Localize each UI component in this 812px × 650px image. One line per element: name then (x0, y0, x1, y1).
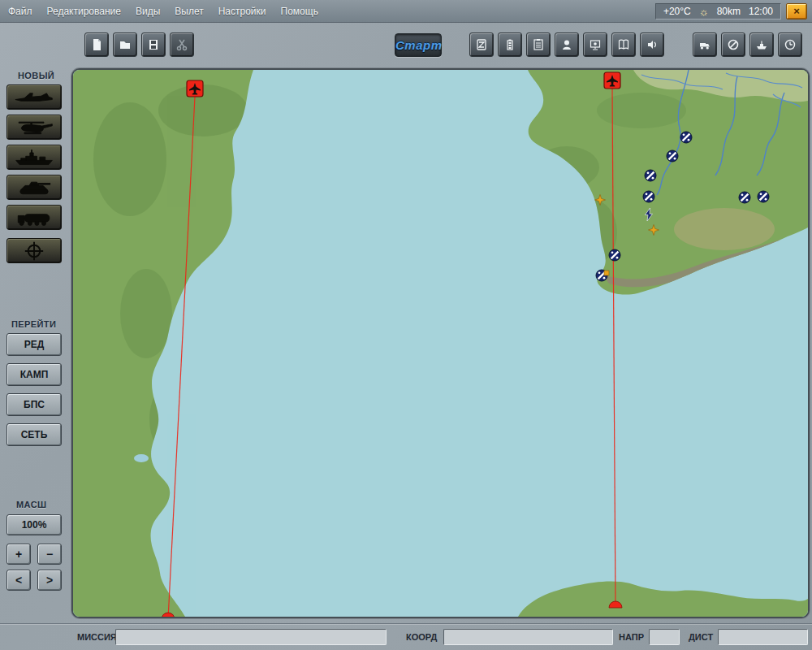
weather-panel: +20°C ☼ 80km 12:00 (655, 3, 781, 20)
coord-label: КООРД (406, 632, 437, 642)
goto-bps-button[interactable]: БПС (6, 393, 62, 416)
new-warship-button[interactable] (6, 145, 62, 170)
new-helicopter-button[interactable] (6, 115, 62, 140)
menu-flight[interactable]: Вылет (175, 6, 203, 17)
pilot-button[interactable] (555, 32, 579, 57)
bearing-input[interactable] (649, 629, 680, 645)
briefing-icon (532, 38, 545, 51)
vehicle-icon (698, 38, 711, 51)
fuel-truck-icon (10, 208, 58, 228)
vehicle-button[interactable] (693, 32, 717, 57)
city-marker[interactable] (604, 271, 609, 275)
sam-marker[interactable] (643, 191, 654, 202)
save-mission-button[interactable] (141, 32, 166, 57)
map-panel (71, 68, 810, 618)
goto-editor-button[interactable]: РЕД (6, 333, 62, 356)
map[interactable] (73, 70, 808, 617)
mission-goals-icon (475, 38, 488, 51)
menu-help[interactable]: Помощь (281, 6, 318, 17)
sound-button[interactable] (640, 32, 664, 57)
pan-right-button[interactable]: > (37, 570, 62, 591)
coord-input[interactable] (443, 629, 613, 645)
pan-left-button[interactable]: < (6, 570, 31, 591)
mission-editor-window: { "window": { "close_label": "×" }, "men… (0, 0, 812, 650)
new-airplane-button[interactable] (6, 84, 62, 110)
monitor-icon (589, 38, 602, 51)
right-toolbar-group (693, 32, 802, 57)
helicopter-icon (10, 118, 58, 137)
file-toolbar-group (84, 32, 194, 57)
open-mission-button[interactable] (113, 32, 137, 57)
payload-icon (503, 38, 516, 51)
pilot-icon (560, 38, 573, 51)
zoom-in-button[interactable]: + (6, 544, 31, 565)
aircraft-marker[interactable] (604, 72, 620, 89)
goto-buttons: РЕД КАМП БПС СЕТЬ (6, 333, 62, 446)
mission-label: МИССИЯ (77, 632, 117, 642)
zoom-out-button[interactable]: − (37, 544, 62, 565)
clock-button[interactable] (778, 32, 802, 57)
sam-marker[interactable] (680, 132, 692, 143)
aircraft-marker[interactable] (187, 80, 203, 97)
distance-input[interactable] (718, 629, 808, 645)
new-fuel-truck-button[interactable] (6, 205, 62, 230)
zoom-level-button[interactable]: 100% (6, 514, 62, 535)
sam-marker[interactable] (758, 191, 769, 202)
mission-goals-button[interactable] (469, 32, 494, 57)
menu-edit[interactable]: Редактирование (47, 6, 121, 17)
target-icon (10, 241, 58, 261)
new-tank-button[interactable] (6, 175, 62, 200)
airplane-icon (10, 88, 58, 107)
sun-icon: ☼ (699, 6, 709, 18)
sam-marker[interactable] (645, 170, 656, 181)
failures-icon (727, 38, 740, 51)
status-bar: МИССИЯ КООРД НАПР ДИСТ (0, 623, 812, 650)
new-target-button[interactable] (6, 238, 62, 263)
sam-marker[interactable] (609, 249, 620, 261)
menu-file[interactable]: Файл (8, 6, 32, 17)
new-mission-button[interactable] (84, 32, 109, 57)
monitor-button[interactable] (583, 32, 607, 57)
encyclopedia-icon (617, 38, 630, 51)
scale-section-label: МАСШ (16, 500, 46, 509)
distance-label: ДИСТ (689, 632, 713, 642)
clock-icon (784, 38, 797, 51)
cut-icon (175, 38, 188, 51)
sam-marker[interactable] (667, 150, 678, 162)
goto-campaign-button[interactable]: КАМП (6, 363, 62, 386)
sam-marker[interactable] (739, 192, 750, 203)
new-unit-buttons (6, 84, 62, 263)
start-button[interactable]: Старт (395, 33, 442, 57)
visibility-value: 80km (717, 6, 741, 17)
close-button[interactable]: × (786, 3, 807, 20)
cut-button[interactable] (170, 32, 194, 57)
save-mission-icon (147, 38, 160, 51)
bearing-label: НАПР (619, 632, 644, 642)
warship-icon (10, 148, 58, 167)
time-value: 12:00 (749, 6, 773, 17)
encyclopedia-button[interactable] (611, 32, 636, 57)
sound-icon (646, 38, 659, 51)
lagoon (134, 454, 149, 462)
menu-settings[interactable]: Настройки (218, 6, 266, 17)
ship-icon (755, 38, 768, 51)
new-section-label: НОВЫЙ (18, 71, 54, 80)
open-mission-icon (119, 38, 132, 51)
ship-button[interactable] (749, 32, 774, 57)
new-mission-icon (90, 38, 103, 51)
failures-button[interactable] (721, 32, 745, 57)
middle-toolbar-group (469, 32, 664, 57)
menu-views[interactable]: Виды (136, 6, 160, 17)
payload-button[interactable] (498, 32, 522, 57)
briefing-button[interactable] (526, 32, 551, 57)
tank-icon (10, 178, 58, 197)
goto-network-button[interactable]: СЕТЬ (6, 423, 62, 446)
temperature-value: +20°C (663, 6, 691, 17)
goto-section-label: ПЕРЕЙТИ (11, 319, 56, 329)
mission-input[interactable] (115, 629, 387, 645)
